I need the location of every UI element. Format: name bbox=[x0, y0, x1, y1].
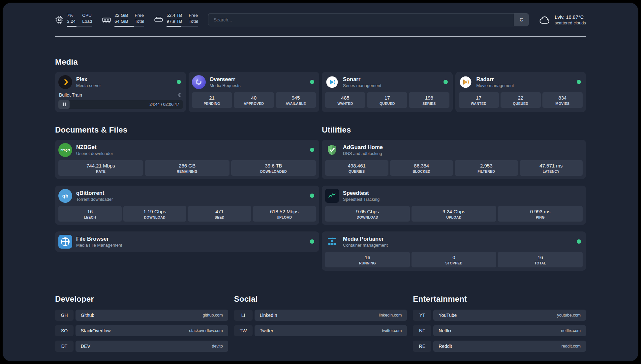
adguard-shield-icon bbox=[326, 144, 338, 156]
service-subtitle-adguard: DNS and adblocking bbox=[343, 151, 583, 156]
now-playing-title: Bullet Train bbox=[59, 92, 82, 98]
stat-rate: 744.21 Mbps RATE bbox=[58, 160, 143, 176]
bookmark-name: LinkedIn bbox=[260, 313, 277, 318]
gear-icon[interactable] bbox=[177, 92, 182, 98]
bookmark-url: netflix.com bbox=[561, 328, 581, 333]
service-name-nzbget: NZBGet bbox=[76, 144, 306, 150]
stat-wanted: 17 WANTED bbox=[459, 92, 499, 108]
bookmark-abbr[interactable]: RE bbox=[413, 341, 431, 352]
memory-progress-fill bbox=[114, 26, 134, 27]
nzbget-icon: nzbget bbox=[58, 143, 72, 157]
pause-icon bbox=[65, 103, 66, 106]
search-input[interactable] bbox=[208, 13, 514, 26]
two-column-area: Documents & Files nzbget NZBGet Usenet d… bbox=[55, 125, 586, 277]
section-title-developer: Developer bbox=[55, 294, 228, 304]
stat-seed: 471 SEED bbox=[188, 206, 251, 222]
topbar: 7% CPU 3.24 Load 22 GiB bbox=[55, 3, 586, 27]
stat-series: 196 SERIES bbox=[409, 92, 449, 108]
disk-total: 97.9 TB bbox=[167, 18, 182, 24]
status-dot bbox=[310, 239, 314, 244]
status-dot bbox=[177, 80, 181, 84]
stat-movies: 834 MOVIES bbox=[542, 92, 583, 108]
service-subtitle-overseerr: Media Requests bbox=[210, 83, 306, 88]
disk-progress-track bbox=[167, 26, 198, 27]
service-name-qbittorrent: qBittorrent bbox=[76, 190, 306, 196]
pause-button[interactable] bbox=[58, 100, 70, 109]
service-card-filebrowser[interactable]: File Browser Media File Management bbox=[55, 231, 319, 252]
cpu-icon bbox=[55, 15, 64, 24]
memory-label-top: Free bbox=[135, 13, 144, 18]
section-title-media: Media bbox=[55, 57, 586, 67]
disk-readout: 52.4 TB Free 97.9 TB Total bbox=[167, 13, 198, 27]
section-title-entertainment: Entertainment bbox=[413, 294, 586, 304]
section-title-social: Social bbox=[234, 294, 407, 304]
plex-icon bbox=[58, 75, 72, 89]
service-card-qbittorrent[interactable]: qb qBittorrent Torrent downloader 16 LEE… bbox=[55, 186, 319, 225]
service-name-speedtest: Speedtest bbox=[343, 190, 583, 196]
service-card-nzbget[interactable]: nzbget NZBGet Usenet downloader 744.21 M… bbox=[55, 140, 319, 179]
search-provider-button[interactable]: G bbox=[514, 13, 529, 26]
bookmark-github[interactable]: GH Github github.com bbox=[55, 310, 228, 321]
radarr-icon bbox=[459, 75, 473, 89]
utilities-column: Utilities AdGuard Home bbox=[322, 125, 586, 277]
service-card-adguard[interactable]: AdGuard Home DNS and adblocking 498,461 … bbox=[322, 140, 586, 179]
cpu-widget: 7% CPU 3.24 Load bbox=[55, 13, 92, 27]
service-card-radarr[interactable]: Radarr Movie management 17 WANTED 22 QUE… bbox=[455, 72, 586, 112]
bookmark-abbr[interactable]: NF bbox=[413, 325, 431, 336]
bookmark-abbr[interactable]: LI bbox=[234, 310, 253, 321]
bookmark-name: StackOverflow bbox=[81, 328, 110, 333]
bookmark-dev[interactable]: DT DEV dev.to bbox=[55, 341, 228, 352]
weather-location: Lviv, 16.87°C bbox=[555, 14, 586, 20]
sonarr-play-icon bbox=[326, 76, 338, 88]
bookmark-abbr[interactable]: SO bbox=[55, 325, 74, 336]
cpu-label-top: CPU bbox=[82, 13, 92, 18]
bookmark-youtube[interactable]: YT YouTube youtube.com bbox=[413, 310, 586, 321]
memory-free: 22 GiB bbox=[114, 13, 128, 18]
weather-text: Lviv, 16.87°C scattered clouds bbox=[555, 14, 586, 25]
service-name-filebrowser: File Browser bbox=[76, 236, 306, 242]
stat-filtered: 2,953 FILTERED bbox=[455, 160, 518, 176]
bookmark-name: Twitter bbox=[260, 328, 273, 333]
bookmark-linkedin[interactable]: LI LinkedIn linkedin.com bbox=[234, 310, 407, 321]
bookmark-reddit[interactable]: RE Reddit reddit.com bbox=[413, 341, 586, 352]
service-card-plex[interactable]: Plex Media server Bullet Train bbox=[55, 72, 186, 112]
radarr-play-icon bbox=[459, 76, 472, 88]
bookmark-group-social: Social LI LinkedIn linkedin.com TW Twitt… bbox=[234, 294, 407, 356]
bookmark-url: linkedin.com bbox=[379, 313, 402, 318]
memory-label-bottom: Total bbox=[135, 18, 144, 24]
bookmark-twitter[interactable]: TW Twitter twitter.com bbox=[234, 325, 407, 336]
service-card-speedtest[interactable]: Speedtest Speedtest Tracking 9.65 Gbps D… bbox=[322, 186, 586, 225]
search-bar: G bbox=[208, 13, 529, 26]
bookmark-name: YouTube bbox=[439, 313, 457, 318]
stat-total: 16 TOTAL bbox=[498, 252, 583, 267]
filebrowser-icon bbox=[58, 235, 72, 249]
stat-blocked: 86,384 BLOCKED bbox=[390, 160, 453, 176]
status-dot bbox=[443, 80, 448, 84]
service-subtitle-speedtest: Speedtest Tracking bbox=[343, 197, 583, 202]
bookmark-abbr[interactable]: YT bbox=[413, 310, 431, 321]
service-name-radarr: Radarr bbox=[476, 76, 573, 82]
bookmark-stackoverflow[interactable]: SO StackOverflow stackoverflow.com bbox=[55, 325, 228, 336]
service-subtitle-sonarr: Series management bbox=[343, 83, 440, 88]
service-card-overseerr[interactable]: Overseerr Media Requests 21 PENDING 40 A… bbox=[189, 72, 320, 112]
qbittorrent-icon: qb bbox=[58, 189, 72, 203]
service-card-portainer[interactable]: Media Portainer Container management 16 … bbox=[322, 231, 586, 271]
status-dot bbox=[310, 148, 314, 152]
playback-progress-bar[interactable]: 24:44 / 02:06:47 bbox=[58, 100, 183, 109]
status-dot bbox=[577, 80, 581, 84]
adguard-icon bbox=[325, 143, 339, 157]
disk-label-top: Free bbox=[189, 13, 198, 18]
bookmark-netflix[interactable]: NF Netflix netflix.com bbox=[413, 325, 586, 336]
media-grid: Plex Media server Bullet Train bbox=[55, 72, 586, 112]
stat-download: 1.19 Gbps DOWNLOAD bbox=[123, 206, 187, 222]
service-name-sonarr: Sonarr bbox=[343, 76, 440, 82]
service-card-sonarr[interactable]: Sonarr Series management 485 WANTED 17 Q… bbox=[322, 72, 453, 112]
topbar-divider bbox=[55, 36, 586, 37]
stat-stopped: 0 STOPPED bbox=[412, 252, 496, 267]
bookmark-abbr[interactable]: TW bbox=[234, 325, 253, 336]
bookmark-abbr[interactable]: DT bbox=[55, 341, 74, 352]
stat-downloaded: 39.6 TB DOWNLOADED bbox=[231, 160, 316, 176]
cpu-progress-track bbox=[67, 26, 92, 27]
bookmark-name: DEV bbox=[81, 344, 90, 349]
bookmark-abbr[interactable]: GH bbox=[55, 310, 74, 321]
